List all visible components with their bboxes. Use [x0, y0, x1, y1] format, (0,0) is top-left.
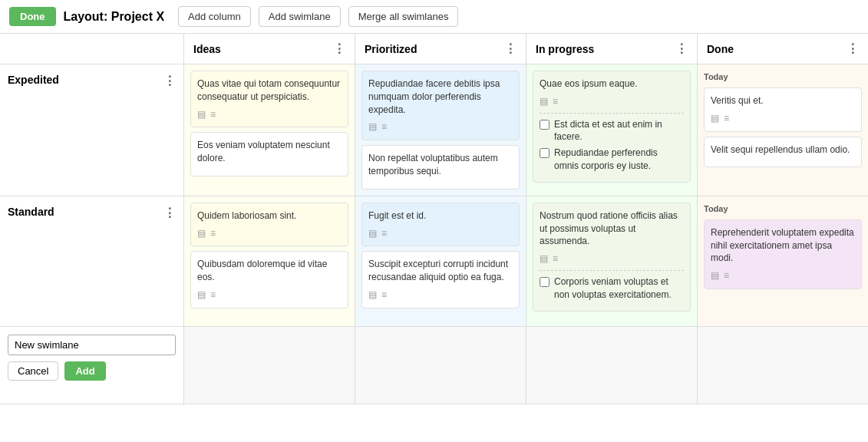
card-icons: ▤ ≡ — [368, 227, 513, 240]
standard-cells: Quidem laboriosam sint. ▤ ≡ Quibusdam do… — [184, 196, 868, 326]
standard-ideas-cell: Quidem laboriosam sint. ▤ ≡ Quibusdam do… — [184, 196, 355, 326]
card-list-icon: ≡ — [724, 112, 729, 125]
card: Veritis qui et. ▤ ≡ — [704, 87, 862, 132]
card: Non repellat voluptatibus autem temporib… — [361, 145, 520, 190]
card-description-icon: ▤ — [540, 95, 548, 108]
expedited-inprogress-cell: Quae eos ipsum eaque. ▤ ≡ Est dicta et e… — [526, 64, 698, 196]
card-text: Non repellat voluptatibus autem temporib… — [368, 152, 513, 178]
standard-prioritized-cell: Fugit est et id. ▤ ≡ Suscipit excepturi … — [355, 196, 526, 326]
today-label: Today — [704, 203, 862, 215]
card-list-icon: ≡ — [381, 227, 387, 240]
expedited-prioritized-cell: Repudiandae facere debitis ipsa numquam … — [355, 64, 526, 196]
merge-swimlanes-button[interactable]: Merge all swimlanes — [348, 6, 459, 27]
column-done-menu-icon[interactable]: ⋮ — [847, 41, 859, 56]
swimlane-row-expedited: Expedited ⋮ Quas vitae qui totam consequ… — [0, 64, 868, 196]
card-text: Quas vitae qui totam consequuntur conseq… — [197, 78, 342, 104]
swimlane-row-standard: Standard ⋮ Quidem laboriosam sint. ▤ ≡ Q… — [0, 196, 868, 327]
swimlane-expedited-menu-icon[interactable]: ⋮ — [163, 74, 176, 88]
card-list-icon: ≡ — [553, 95, 558, 108]
card-icons: ▤ ≡ — [197, 108, 342, 121]
card-icons: ▤ ≡ — [540, 95, 684, 108]
card: Repudiandae facere debitis ipsa numquam … — [361, 71, 520, 140]
column-headers-row: Ideas ⋮ Prioritized ⋮ In progress ⋮ Done… — [0, 34, 868, 64]
today-label: Today — [704, 71, 862, 83]
empty-cell-ideas — [184, 327, 355, 404]
board: Ideas ⋮ Prioritized ⋮ In progress ⋮ Done… — [0, 34, 868, 442]
card: Nostrum quod ratione officiis alias ut p… — [533, 203, 691, 312]
card-list-icon: ≡ — [210, 227, 216, 240]
card-icons: ▤ ≡ — [368, 289, 513, 302]
card-text: Repudiandae facere debitis ipsa numquam … — [368, 78, 513, 116]
expedited-cells: Quas vitae qui totam consequuntur conseq… — [184, 64, 868, 196]
card-icons: ▤ ≡ — [711, 112, 855, 125]
card: Eos veniam voluptatem nesciunt dolore. — [190, 132, 348, 176]
add-button[interactable]: Add — [64, 361, 105, 381]
card-list-icon: ≡ — [210, 289, 216, 302]
checklist-checkbox[interactable] — [540, 120, 550, 130]
card-description-icon: ▤ — [540, 252, 548, 266]
card: Suscipit excepturi corrupti incidunt rec… — [361, 251, 520, 308]
expedited-done-cell: Today Veritis qui et. ▤ ≡ Velit sequi re… — [698, 64, 868, 196]
cancel-button[interactable]: Cancel — [8, 361, 58, 381]
new-swimlane-input-area: Cancel Add — [0, 327, 184, 404]
empty-cell-prioritized — [355, 327, 526, 404]
new-swimlane-row: Cancel Add — [0, 327, 868, 404]
column-prioritized-menu-icon[interactable]: ⋮ — [504, 41, 517, 56]
expedited-ideas-cell: Quas vitae qui totam consequuntur conseq… — [184, 64, 355, 196]
card-description-icon: ▤ — [711, 112, 719, 125]
card-description-icon: ▤ — [368, 120, 377, 134]
card-list-icon: ≡ — [381, 289, 387, 302]
card-icons: ▤ ≡ — [197, 227, 342, 240]
checklist-item: Est dicta et est aut enim in facere. — [540, 118, 684, 144]
column-header-prioritized-label: Prioritized — [365, 43, 417, 55]
swimlane-label-standard: Standard ⋮ — [0, 196, 184, 326]
card-text: Reprehenderit voluptatem expedita nihil … — [711, 226, 855, 265]
add-column-button[interactable]: Add column — [178, 6, 251, 27]
card: Quidem laboriosam sint. ▤ ≡ — [190, 203, 348, 247]
column-header-inprogress: In progress ⋮ — [526, 34, 698, 64]
card: Quae eos ipsum eaque. ▤ ≡ Est dicta et e… — [533, 71, 691, 183]
checklist-item-text: Est dicta et est aut enim in facere. — [554, 118, 684, 144]
card-description-icon: ▤ — [197, 108, 206, 121]
column-header-ideas: Ideas ⋮ — [184, 34, 355, 64]
header: Done Layout: Project X Add column Add sw… — [0, 0, 868, 34]
card-icons: ▤ ≡ — [368, 120, 513, 134]
add-swimlane-button[interactable]: Add swimlane — [259, 6, 341, 27]
checklist-item-text: Repudiandae perferendis omnis corporis e… — [554, 147, 684, 173]
new-swimlane-input[interactable] — [8, 335, 176, 355]
card-text: Velit sequi repellendus ullam odio. — [711, 143, 855, 157]
card-icons: ▤ ≡ — [197, 289, 342, 302]
checklist-checkbox[interactable] — [540, 277, 550, 287]
column-header-ideas-label: Ideas — [193, 43, 221, 55]
card-icons: ▤ ≡ — [711, 269, 855, 282]
card-text: Quibusdam doloremque id vitae eos. — [197, 258, 342, 284]
done-button[interactable]: Done — [9, 7, 56, 26]
card-description-icon: ▤ — [711, 269, 719, 282]
empty-cell-inprogress — [526, 327, 698, 404]
checklist-item: Corporis veniam voluptas et non voluptas… — [540, 275, 684, 302]
standard-done-cell: Today Reprehenderit voluptatem expedita … — [698, 196, 868, 326]
checklist-checkbox[interactable] — [540, 148, 550, 158]
empty-cell-done — [698, 327, 868, 404]
swimlane-label-expedited: Expedited ⋮ — [0, 64, 184, 196]
column-inprogress-menu-icon[interactable]: ⋮ — [675, 41, 688, 56]
page-title: Layout: Project X — [64, 10, 165, 24]
checklist-item-text: Corporis veniam voluptas et non voluptas… — [554, 275, 684, 302]
card-text: Nostrum quod ratione officiis alias ut p… — [540, 209, 684, 248]
card-description-icon: ▤ — [368, 227, 377, 240]
column-ideas-menu-icon[interactable]: ⋮ — [333, 41, 345, 56]
card-list-icon: ≡ — [381, 120, 387, 134]
swimlane-label-header — [0, 34, 184, 64]
card: Quibusdam doloremque id vitae eos. ▤ ≡ — [190, 251, 348, 308]
card-icons: ▤ ≡ — [540, 252, 684, 266]
checklist-item: Repudiandae perferendis omnis corporis e… — [540, 147, 684, 173]
column-header-prioritized: Prioritized ⋮ — [355, 34, 526, 64]
column-header-inprogress-label: In progress — [536, 43, 594, 55]
card-text: Suscipit excepturi corrupti incidunt rec… — [368, 258, 513, 284]
swimlane-standard-menu-icon[interactable]: ⋮ — [163, 206, 176, 220]
card: Quas vitae qui totam consequuntur conseq… — [190, 71, 348, 127]
swimlane-standard-text: Standard — [8, 206, 54, 218]
card-text: Eos veniam voluptatem nesciunt dolore. — [197, 139, 342, 165]
card-text: Quae eos ipsum eaque. — [540, 78, 684, 91]
column-header-done-label: Done — [707, 43, 734, 55]
